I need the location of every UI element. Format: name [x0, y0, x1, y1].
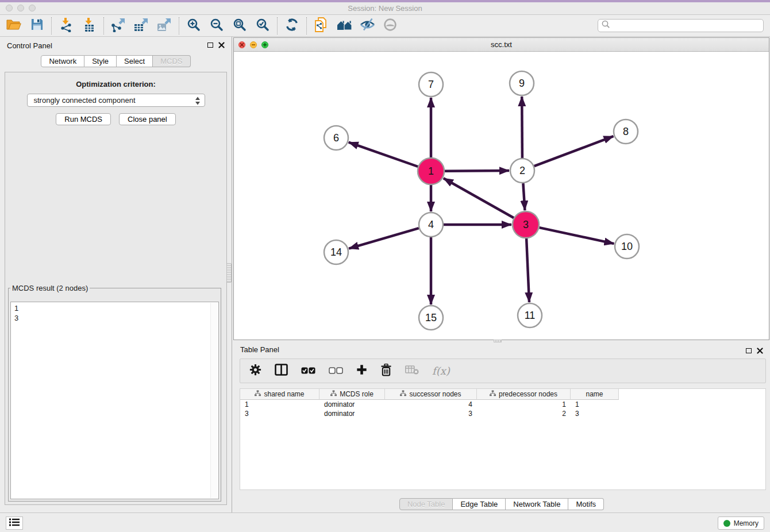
search-box	[598, 19, 764, 32]
table-cell: 4	[385, 400, 477, 409]
float-panel-icon[interactable]	[207, 43, 213, 48]
node-table: shared nameMCDS rolesuccessor nodesprede…	[240, 388, 766, 490]
node-1[interactable]: 1	[418, 158, 444, 184]
table-row[interactable]: 1dominator411	[240, 400, 765, 409]
save-session-button[interactable]	[25, 16, 48, 36]
export-table-icon	[134, 17, 149, 34]
node-7[interactable]: 7	[419, 72, 443, 97]
node-15[interactable]: 15	[419, 306, 443, 330]
open-session-button[interactable]	[2, 16, 25, 36]
column-header-mcds-role[interactable]: MCDS role	[319, 389, 385, 400]
tab-select[interactable]: Select	[117, 55, 153, 67]
list-icon	[9, 518, 20, 529]
export-table-button[interactable]	[130, 16, 153, 36]
node-11[interactable]: 11	[518, 303, 542, 327]
tab-motifs[interactable]: Motifs	[568, 498, 604, 510]
vertical-splitter-handle[interactable]	[226, 263, 232, 283]
apply-layout-button[interactable]	[280, 16, 303, 36]
table-panel-title: Table Panel	[240, 345, 279, 354]
table-delete-icon	[405, 365, 419, 377]
export-image-button[interactable]	[153, 16, 176, 36]
status-bar: Memory	[0, 512, 770, 532]
show-all-button[interactable]	[379, 16, 402, 36]
delete-column-button[interactable]	[380, 364, 392, 379]
close-panel-icon[interactable]	[757, 348, 763, 354]
edge-3-10[interactable]	[540, 228, 614, 244]
task-history-button[interactable]	[6, 516, 23, 530]
node-2[interactable]: 2	[510, 159, 534, 183]
close-panel-button[interactable]: Close panel	[119, 113, 176, 125]
main-toolbar	[0, 15, 770, 37]
optimization-criterion-select[interactable]: strongly connected component	[27, 94, 205, 107]
node-3[interactable]: 3	[513, 211, 539, 238]
columns-icon	[275, 364, 288, 378]
zoom-out-button[interactable]	[205, 16, 228, 36]
edge-1-2[interactable]	[445, 171, 509, 171]
svg-text:15: 15	[425, 312, 437, 323]
search-input[interactable]	[611, 20, 763, 31]
network-window-titlebar[interactable]: scc.txt	[234, 38, 769, 52]
node-8[interactable]: 8	[614, 119, 638, 144]
hide-selection-button[interactable]	[356, 16, 379, 36]
eye-slash-icon	[360, 18, 375, 33]
edge-2-9[interactable]	[522, 97, 522, 158]
mcds-result-item[interactable]: 3	[11, 313, 218, 323]
delete-table-button[interactable]	[405, 365, 419, 377]
sort-tree-icon	[330, 390, 337, 398]
tab-mcds[interactable]: MCDS	[153, 55, 190, 67]
deselect-all-button[interactable]	[329, 366, 343, 376]
column-header-name[interactable]: name	[571, 389, 619, 400]
svg-text:11: 11	[525, 310, 536, 321]
edge-2-8[interactable]	[534, 136, 614, 166]
node-10[interactable]: 10	[615, 234, 639, 259]
table-cell: 3	[240, 409, 319, 418]
close-panel-icon[interactable]	[218, 42, 225, 48]
edge-3-1[interactable]	[444, 178, 514, 218]
edge-1-6[interactable]	[349, 142, 418, 167]
edge-4-14[interactable]	[349, 228, 419, 249]
table-row[interactable]: 3dominator323	[240, 409, 765, 418]
node-14[interactable]: 14	[324, 240, 348, 264]
node-9[interactable]: 9	[510, 71, 534, 95]
svg-text:3: 3	[523, 219, 529, 230]
zoom-fit-button[interactable]	[228, 16, 251, 36]
first-neighbors-button[interactable]	[333, 16, 356, 36]
import-network-button[interactable]	[55, 16, 78, 36]
float-panel-icon[interactable]	[746, 348, 752, 353]
edge-2-3[interactable]	[523, 183, 525, 210]
run-mcds-button[interactable]: Run MCDS	[56, 113, 111, 125]
select-all-button[interactable]	[301, 366, 315, 376]
function-builder-button[interactable]: f(x)	[432, 365, 450, 377]
export-network-button[interactable]	[107, 16, 130, 36]
edge-3-11[interactable]	[526, 238, 529, 302]
svg-text:14: 14	[330, 246, 342, 258]
column-header-successor-nodes[interactable]: successor nodes	[385, 389, 477, 400]
table-mode-button[interactable]	[249, 364, 261, 378]
tab-style[interactable]: Style	[84, 55, 117, 67]
table-header-row: shared nameMCDS rolesuccessor nodesprede…	[240, 389, 765, 400]
import-table-button[interactable]	[78, 16, 101, 36]
column-header-predecessor-nodes[interactable]: predecessor nodes	[477, 389, 571, 400]
node-6[interactable]: 6	[324, 126, 348, 150]
zoom-in-icon	[187, 18, 201, 34]
network-canvas[interactable]: 7968124314101511	[234, 52, 769, 340]
import-table-icon	[82, 17, 97, 34]
network-title: scc.txt	[234, 40, 769, 49]
show-columns-button[interactable]	[275, 364, 288, 378]
zoom-in-button[interactable]	[182, 16, 205, 36]
zoom-selected-button[interactable]	[251, 16, 274, 36]
tab-edge-table[interactable]: Edge Table	[453, 498, 506, 510]
add-column-button[interactable]	[356, 364, 367, 377]
duplicate-network-button[interactable]	[310, 16, 333, 36]
mcds-result-item[interactable]: 1	[11, 303, 218, 313]
memory-button[interactable]: Memory	[718, 516, 764, 530]
trash-icon	[380, 364, 392, 379]
tab-network-table[interactable]: Network Table	[506, 498, 568, 510]
column-header-shared-name[interactable]: shared name	[240, 389, 319, 400]
node-4[interactable]: 4	[419, 213, 443, 237]
tab-node-table[interactable]: Node Table	[399, 498, 453, 510]
sort-tree-icon	[490, 390, 496, 398]
tab-network[interactable]: Network	[41, 55, 84, 67]
table-cell: dominator	[319, 409, 385, 418]
result-scrollbar[interactable]	[210, 303, 218, 498]
